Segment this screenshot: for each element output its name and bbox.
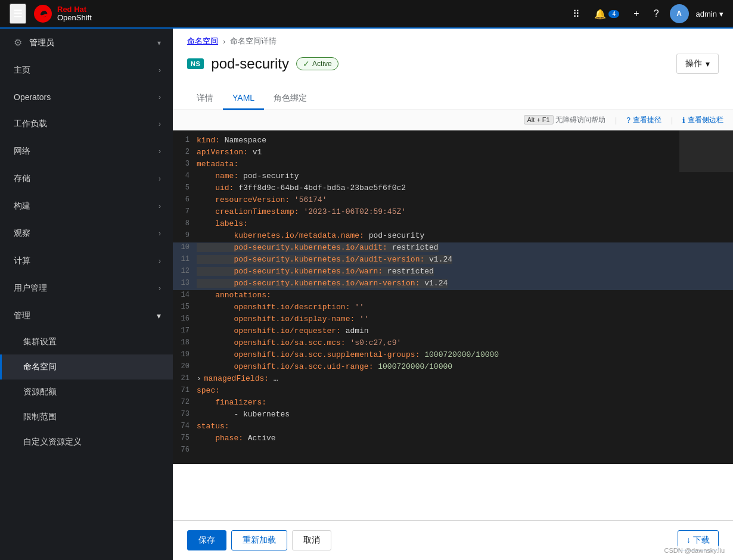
redhat-logo-icon <box>33 4 52 23</box>
line-content: name: pod-security <box>197 172 299 181</box>
reload-button[interactable]: 重新加载 <box>231 530 287 550</box>
yaml-line: 4 name: pod-security <box>173 171 733 183</box>
sidebar-item-user-mgmt[interactable]: 用户管理 › <box>0 275 173 302</box>
sidebar-item-limit-range[interactable]: 限制范围 <box>0 405 173 430</box>
line-number: 74 <box>178 422 197 430</box>
yaml-line: 2apiVersion: v1 <box>173 147 733 159</box>
toolbar-separator-2: | <box>671 116 673 125</box>
namespace-badge: NS <box>187 58 204 69</box>
shortcuts-link[interactable]: ? 查看捷径 <box>626 115 661 125</box>
sidebar-item-storage[interactable]: 存储 › <box>0 165 173 192</box>
sidebar-management-header[interactable]: 管理 ▾ <box>0 302 173 329</box>
yaml-line: 3metadata: <box>173 159 733 171</box>
actions-button[interactable]: 操作 ▾ <box>676 54 719 74</box>
help-button[interactable]: ? <box>650 6 663 21</box>
question-circle-icon: ? <box>626 116 630 125</box>
line-number: 3 <box>178 160 197 168</box>
yaml-line: 1kind: Namespace <box>173 135 733 147</box>
save-button[interactable]: 保存 <box>187 530 226 550</box>
sidebar-link[interactable]: ℹ 查看侧边栏 <box>682 115 723 125</box>
sidebar-item-build[interactable]: 构建 › <box>0 192 173 220</box>
line-content: annotations: <box>197 291 271 300</box>
status-badge: ✓ Active <box>296 57 338 70</box>
sidebar-item-operators[interactable]: Operators › <box>0 84 173 110</box>
sidebar-item-network[interactable]: 网络 › <box>0 138 173 165</box>
line-number: 14 <box>178 291 197 299</box>
sidebar-item-compute[interactable]: 计算 › <box>0 247 173 275</box>
yaml-line: 19 openshift.io/sa.scc.supplemental-grou… <box>173 350 733 362</box>
main-content: 命名空间 › 命名空间详情 NS pod-security ✓ Active 操… <box>173 29 733 560</box>
line-content: labels: <box>197 219 248 228</box>
sidebar-item-resource-quota[interactable]: 资源配额 <box>0 379 173 405</box>
sidebar-compute-label: 计算 <box>14 256 30 266</box>
username: admin <box>696 10 717 18</box>
sidebar-item-cluster-settings[interactable]: 集群设置 <box>0 329 173 354</box>
cancel-button[interactable]: 取消 <box>292 530 331 550</box>
yaml-line: 6 resourceVersion: '56174' <box>173 195 733 207</box>
yaml-line: 11 pod-security.kubernetes.io/audit-vers… <box>173 254 733 266</box>
yaml-line: 13 pod-security.kubernetes.io/warn-versi… <box>173 278 733 290</box>
sidebar-item-workloads[interactable]: 工作负载 › <box>0 110 173 138</box>
line-content: spec: <box>197 386 220 395</box>
page-title-area: NS pod-security ✓ Active <box>187 55 338 72</box>
yaml-line: 10 pod-security.kubernetes.io/audit: res… <box>173 242 733 254</box>
breadcrumb-parent[interactable]: 命名空间 <box>187 36 218 46</box>
notifications-button[interactable]: 🔔 4 <box>591 6 623 22</box>
chevron-down-icon: ▾ <box>157 311 161 321</box>
status-check-icon: ✓ <box>303 59 310 69</box>
chevron-right-icon: › <box>159 229 161 238</box>
line-content: creationTimestamp: '2023-11-06T02:59:45Z… <box>197 207 406 216</box>
toolbar-separator-1: | <box>615 116 617 125</box>
apps-grid-button[interactable]: ⠿ <box>569 6 583 22</box>
logo: Red Hat OpenShift <box>33 4 92 23</box>
sidebar-item-namespaces[interactable]: 命名空间 <box>0 354 173 379</box>
yaml-editor-wrapper: 1kind: Namespace2apiVersion: v13metadata… <box>173 130 733 520</box>
sidebar-network-label: 网络 <box>14 146 30 157</box>
sidebar-workloads-label: 工作负载 <box>14 119 47 129</box>
sidebar-usermgmt-label: 用户管理 <box>14 283 47 294</box>
line-number: 21 <box>178 374 197 382</box>
user-menu[interactable]: admin ▾ <box>696 10 723 18</box>
line-content: openshift.io/sa.scc.supplemental-groups:… <box>197 350 499 359</box>
chevron-right-icon: › <box>159 284 161 293</box>
line-content: uid: f3ff8d9c-64bd-4bdf-bd5a-23bae5f6f0c… <box>197 183 406 192</box>
sidebar-item-observe[interactable]: 观察 › <box>0 220 173 247</box>
chevron-right-icon: › <box>159 66 161 74</box>
line-number: 1 <box>178 136 197 144</box>
tab-yaml[interactable]: YAML <box>223 88 264 110</box>
yaml-line: 17 openshift.io/requester: admin <box>173 326 733 338</box>
line-number: 11 <box>178 255 197 263</box>
chevron-right-icon: › <box>159 120 161 128</box>
main-layout: ⚙ 管理员 ▾ 主页 › Operators › 工作负载 › 网络 <box>0 29 733 560</box>
info-icon: ℹ <box>682 116 685 125</box>
tab-details[interactable]: 详情 <box>187 88 223 110</box>
yaml-line: 15 openshift.io/description: '' <box>173 302 733 314</box>
yaml-editor[interactable]: 1kind: Namespace2apiVersion: v13metadata… <box>173 130 733 464</box>
line-content: resourceVersion: '56174' <box>197 195 327 204</box>
line-number: 4 <box>178 172 197 180</box>
hamburger-button[interactable]: ☰ <box>10 4 26 24</box>
tabs-bar: 详情 YAML 角色绑定 <box>173 79 733 110</box>
sidebar-item-custom-resource[interactable]: 自定义资源定义 <box>0 430 173 455</box>
sidebar-operators-label: Operators <box>14 92 51 102</box>
breadcrumb-current: 命名空间详情 <box>230 36 277 46</box>
line-number: 2 <box>178 148 197 156</box>
watermark: CSDN @dawnsky.liu <box>661 546 728 555</box>
sidebar-item-admin[interactable]: ⚙ 管理员 ▾ <box>0 29 173 57</box>
sidebar-item-home[interactable]: 主页 › <box>0 57 173 84</box>
line-content: phase: Active <box>197 434 276 443</box>
yaml-line: 9 kubernetes.io/metadata.name: pod-secur… <box>173 231 733 242</box>
add-button[interactable]: + <box>630 6 642 21</box>
line-content: openshift.io/description: '' <box>197 303 364 312</box>
line-number: 13 <box>178 279 197 287</box>
yaml-line: 72 finalizers: <box>173 397 733 409</box>
line-content: openshift.io/sa.scc.uid-range: 100072000… <box>197 362 452 371</box>
yaml-minimap <box>679 130 733 172</box>
line-number: 17 <box>178 326 197 335</box>
tab-role-binding[interactable]: 角色绑定 <box>264 88 316 110</box>
sidebar: ⚙ 管理员 ▾ 主页 › Operators › 工作负载 › 网络 <box>0 29 173 560</box>
breadcrumb: 命名空间 › 命名空间详情 <box>173 29 733 46</box>
top-navigation: ☰ Red Hat OpenShift ⠿ 🔔 4 + ? A admin ▾ <box>0 0 733 29</box>
line-content: pod-security.kubernetes.io/warn-version:… <box>197 279 448 288</box>
chevron-down-icon: ▾ <box>157 39 161 47</box>
